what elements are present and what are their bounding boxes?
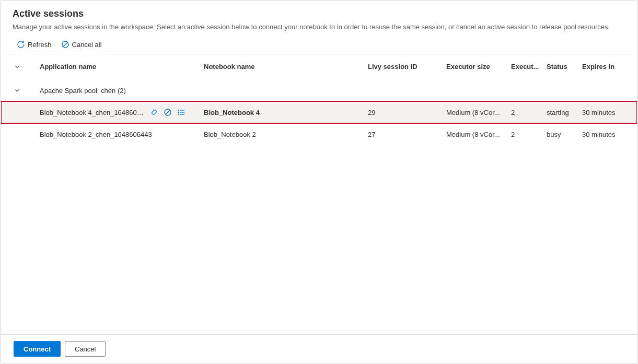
- prohibit-icon: [61, 40, 69, 49]
- svg-line-3: [166, 110, 170, 114]
- panel-header: Active sessions Manage your active sessi…: [1, 1, 637, 34]
- cell-expires: 30 minutes: [582, 131, 629, 138]
- cell-status: starting: [547, 109, 582, 116]
- svg-point-9: [178, 114, 179, 115]
- cell-notebook-name: Blob_Notebook 2: [204, 131, 368, 138]
- list-icon[interactable]: [177, 108, 185, 116]
- cell-livy: 27: [368, 131, 446, 138]
- cell-expires: 30 minutes: [582, 109, 629, 116]
- chevron-down-icon[interactable]: [14, 63, 21, 71]
- col-notebook-name[interactable]: Notebook name: [204, 63, 368, 71]
- toolbar: Refresh Cancel all: [1, 35, 637, 54]
- cell-livy: 29: [368, 109, 446, 116]
- refresh-label: Refresh: [28, 41, 52, 49]
- cell-status: busy: [547, 131, 582, 138]
- col-livy-session-id[interactable]: Livy session ID: [368, 63, 446, 71]
- chevron-down-icon[interactable]: [14, 87, 21, 94]
- svg-line-1: [63, 42, 67, 46]
- table-row[interactable]: Blob_Notebook 2_chen_1648606443 Blob_Not…: [1, 123, 637, 145]
- col-application-name[interactable]: Application name: [40, 63, 204, 71]
- cell-notebook-name: Blob_Notebook 4: [204, 109, 368, 116]
- prohibit-icon[interactable]: [164, 108, 172, 116]
- refresh-icon: [17, 40, 25, 49]
- group-row[interactable]: Apache Spark pool: chen (2): [1, 79, 637, 101]
- panel-subtitle: Manage your active sessions in the works…: [13, 22, 625, 32]
- refresh-button[interactable]: Refresh: [17, 40, 52, 49]
- col-executors[interactable]: Execut...: [511, 63, 547, 71]
- col-expires-in[interactable]: Expires in: [582, 63, 629, 71]
- cell-executors: 2: [511, 131, 547, 138]
- cancel-all-label: Cancel all: [72, 41, 102, 49]
- sessions-grid: Application name Notebook name Livy sess…: [1, 54, 637, 334]
- cancel-button[interactable]: Cancel: [65, 341, 106, 357]
- col-executor-size[interactable]: Executor size: [446, 63, 511, 71]
- svg-point-7: [178, 110, 179, 111]
- svg-point-8: [178, 112, 179, 113]
- connect-button[interactable]: Connect: [14, 341, 61, 357]
- cell-executor-size: Medium (8 vCor...: [446, 131, 511, 138]
- active-sessions-panel: Active sessions Manage your active sessi…: [1, 1, 637, 363]
- footer: Connect Cancel: [1, 334, 637, 363]
- cell-executor-size: Medium (8 vCor...: [446, 109, 511, 116]
- group-label: Apache Spark pool: chen (2): [40, 87, 126, 95]
- cell-application-name: Blob_Notebook 4_chen_16486065...: [40, 109, 147, 116]
- cell-application-name: Blob_Notebook 2_chen_1648606443: [40, 131, 152, 138]
- connect-icon[interactable]: [150, 108, 158, 116]
- col-status[interactable]: Status: [547, 63, 582, 71]
- panel-title: Active sessions: [13, 8, 625, 19]
- table-row[interactable]: Blob_Notebook 4_chen_16486065... Blob_No…: [1, 101, 637, 123]
- cell-executors: 2: [511, 109, 547, 116]
- column-headers: Application name Notebook name Livy sess…: [1, 54, 637, 79]
- cancel-all-button[interactable]: Cancel all: [61, 40, 102, 49]
